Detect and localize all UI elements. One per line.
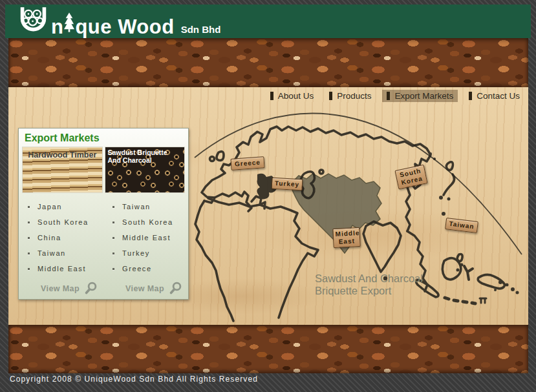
main-nav: About Us Products Export Markets Contact… [266, 90, 524, 102]
view-map-label: View Map [125, 284, 164, 293]
country-label: China [38, 234, 61, 242]
list-item: Greece [113, 261, 188, 276]
export-markets-panel: Export Markets Hardwood Timber Sawdust B… [18, 128, 189, 300]
country-lists: Japan South Korea China Taiwan Middle Ea… [19, 199, 188, 276]
country-label: South Korea [38, 218, 89, 226]
main-content: About Us Products Export Markets Contact… [8, 87, 528, 325]
nav-item-label: Export Markets [394, 91, 453, 101]
list-item: South Korea [28, 214, 103, 230]
nav-item-marker [270, 92, 273, 100]
list-item: Turkey [113, 245, 188, 261]
timber-country-list: Japan South Korea China Taiwan Middle Ea… [19, 199, 103, 276]
country-label: South Korea [122, 218, 173, 226]
nav-item-export-markets[interactable]: Export Markets [382, 90, 458, 102]
brand-suffix: Sdn Bhd [181, 24, 221, 35]
woodchip-banner-bottom [8, 325, 528, 373]
country-label: Middle East [38, 265, 86, 273]
view-map-label: View Map [41, 284, 80, 293]
charcoal-country-list: Taiwan South Korea Middle East Turkey Gr… [103, 199, 188, 276]
thumbnail-label: Sawdust Briquette And Charcoal [105, 147, 185, 165]
list-item: Taiwan [113, 199, 188, 214]
view-map-link-timber[interactable]: View Map [19, 281, 103, 296]
nav-item-label: About Us [278, 91, 314, 101]
woodchip-banner-top [8, 38, 528, 87]
map-sign-turkey: Turkey [272, 178, 303, 191]
map-sign-middle-east: Middle East [332, 227, 361, 248]
bullet-icon [113, 253, 114, 254]
brand-logo[interactable]: n que Wood Sdn Bhd [18, 6, 220, 37]
view-map-row: View Map View Map [19, 281, 188, 296]
bullet-icon [113, 268, 114, 270]
country-label: Greece [122, 265, 152, 273]
bullet-icon [28, 222, 30, 223]
country-label: Taiwan [122, 203, 151, 211]
copyright-notice: Copyright 2008 © UniqueWood Sdn Bhd All … [10, 375, 258, 384]
sawdust-briquette-charcoal-thumbnail[interactable]: Sawdust Briquette And Charcoal [105, 147, 186, 193]
bullet-icon [113, 222, 114, 223]
page: n que Wood Sdn Bhd [0, 0, 536, 392]
product-thumbnails: Hardwood Timber Sawdust Briquette And Ch… [22, 147, 185, 193]
pine-tree-icon [64, 12, 74, 36]
country-label: Japan [38, 203, 62, 211]
map-sign-greece: Greece [230, 156, 264, 170]
nav-item-products[interactable]: Products [325, 90, 376, 102]
nav-item-marker [469, 92, 472, 100]
country-label: Middle East [122, 234, 171, 242]
panel-title: Export Markets [19, 129, 188, 147]
bullet-icon [113, 206, 114, 208]
map-caption-line2: Briquette Export [315, 285, 423, 297]
list-item: South Korea [113, 214, 188, 230]
nav-item-marker [329, 92, 332, 100]
list-item: Middle East [113, 230, 188, 245]
list-item: Middle East [28, 261, 103, 276]
bullet-icon [28, 253, 30, 254]
site-header: n que Wood Sdn Bhd [5, 5, 531, 38]
nav-item-contact-us[interactable]: Contact Us [464, 90, 524, 102]
bullet-icon [113, 237, 114, 239]
brand-rest: que Wood [75, 17, 174, 37]
magnifier-icon [83, 281, 98, 296]
country-label: Taiwan [38, 249, 66, 257]
bullet-icon [28, 206, 30, 208]
map-caption-line1: Sawdust And Charcoal [315, 273, 423, 285]
view-map-link-charcoal[interactable]: View Map [103, 281, 188, 296]
nav-item-label: Products [337, 91, 371, 101]
nav-item-marker [387, 92, 390, 100]
nav-item-about-us[interactable]: About Us [266, 90, 319, 102]
bullet-icon [28, 268, 30, 270]
thumbnail-label: Hardwood Timber [23, 150, 102, 160]
nav-item-label: Contact Us [477, 91, 520, 101]
list-item: Taiwan [28, 245, 103, 261]
unique-wood-logo-icon [18, 6, 48, 37]
hardwood-timber-thumbnail[interactable]: Hardwood Timber [22, 147, 103, 193]
list-item: China [28, 230, 103, 245]
brand-prefix: n [51, 17, 63, 37]
country-label: Turkey [122, 249, 150, 257]
list-item: Japan [28, 199, 103, 214]
magnifier-icon [168, 281, 183, 296]
bullet-icon [28, 237, 30, 239]
map-caption: Sawdust And Charcoal Briquette Export [315, 273, 423, 297]
